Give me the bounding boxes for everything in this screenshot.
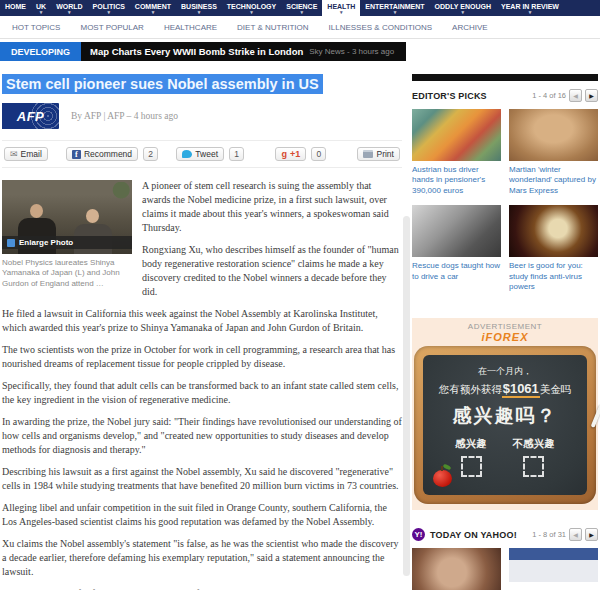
article-paragraph: The two scientists won the prize in Octo… — [2, 343, 402, 371]
chalk-icon — [591, 404, 600, 428]
ad-option-no-label: 不感兴趣 — [513, 437, 555, 451]
chevron-down-icon: ▾ — [462, 10, 465, 14]
enlarge-photo-button[interactable]: Enlarge Photo — [2, 236, 132, 249]
story-item-beer[interactable]: Beer is good for you: study finds anti-v… — [509, 205, 598, 292]
article-paragraph: He filed a lawsuit in California this we… — [2, 307, 402, 335]
iforex-logo: iFOREX — [412, 331, 598, 343]
tweet-button[interactable]: Tweet — [176, 147, 224, 161]
kate-thumbnail[interactable] — [412, 548, 501, 590]
editors-picks-title: EDITOR'S PICKS — [412, 91, 487, 101]
subnav-item-illnesses-conditions[interactable]: ILLNESSES & CONDITIONS — [329, 23, 433, 32]
nav-item-business[interactable]: BUSINESS▾ — [176, 0, 222, 16]
ad-question: 感兴趣吗？ — [429, 403, 581, 429]
chevron-down-icon: ▾ — [301, 10, 304, 14]
google-plus-one-button[interactable]: g +1 — [275, 147, 306, 161]
nav-item-comment[interactable]: COMMENT▾ — [130, 0, 176, 16]
nav-item-oddly-enough[interactable]: ODDLY ENOUGH▾ — [430, 0, 496, 16]
editors-picks-prev-icon[interactable]: ◀ — [569, 89, 582, 102]
google-plus-icon: g — [281, 149, 287, 159]
story-item-dog[interactable]: Rescue dogs taught how to drive a car — [412, 205, 501, 292]
article-body: Enlarge Photo Nobel Physics laureates Sh… — [2, 179, 402, 590]
story-caption[interactable]: Beer is good for you: study finds anti-v… — [509, 261, 598, 292]
developing-headline[interactable]: Map Charts Every WWII Bomb Strike in Lon… — [90, 46, 303, 57]
tweet-count: 1 — [229, 147, 244, 161]
article-paragraph: Alleging libel and unfair competition in… — [2, 501, 402, 529]
dog-thumbnail[interactable] — [412, 205, 501, 257]
subnav-item-healthcare[interactable]: HEALTHCARE — [164, 23, 217, 32]
subnav-item-archive[interactable]: ARCHIVE — [452, 23, 488, 32]
ad-option-no-checkbox[interactable] — [523, 456, 544, 477]
chevron-down-icon: ▾ — [250, 10, 253, 14]
advertisement-label: ADVERTISEMENT — [412, 322, 598, 331]
nav-item-science[interactable]: SCIENCE▾ — [281, 0, 322, 16]
story-caption[interactable]: Rescue dogs taught how to drive a car — [412, 261, 501, 282]
chevron-down-icon: ▾ — [40, 10, 43, 14]
photo-caption: Nobel Physics laureates Shinya Yamanaka … — [2, 254, 132, 289]
developing-ticker: DEVELOPING Map Charts Every WWII Bomb St… — [0, 42, 406, 61]
developing-bar[interactable]: Map Charts Every WWII Bomb Strike in Lon… — [81, 42, 406, 61]
article-paragraph: Describing his lawsuit as a first agains… — [2, 465, 402, 493]
editors-picks-pagination: 1 - 4 of 16 — [532, 91, 566, 100]
article-title: Stem cell pioneer sues Nobel assembly in… — [2, 74, 323, 94]
nav-item-year-in-review[interactable]: YEAR IN REVIEW▾ — [496, 0, 564, 16]
editors-picks-next-icon[interactable]: ▶ — [585, 89, 598, 102]
chalkboard-ad[interactable]: 在一个月内， 您有额外获得$1061美金吗 感兴趣吗？ 感兴趣 不感兴趣 — [414, 346, 596, 504]
nav-item-world[interactable]: WORLD▾ — [51, 0, 87, 16]
today-pagination: 1 - 8 of 31 — [532, 530, 566, 539]
story-caption[interactable]: Austrian bus driver hands in pensioner's… — [412, 165, 501, 196]
mars-thumbnail[interactable] — [509, 109, 598, 161]
beer-thumbnail[interactable] — [509, 205, 598, 257]
chevron-down-icon: ▾ — [107, 10, 110, 14]
today-prev-icon[interactable]: ◀ — [569, 528, 582, 541]
article-photo: Enlarge Photo — [2, 180, 132, 254]
advertisement-module: ADVERTISEMENT iFOREX 在一个月内， 您有额外获得$1061美… — [412, 318, 598, 510]
nav-item-politics[interactable]: POLITICS▾ — [88, 0, 130, 16]
subnav-item-hot-topics[interactable]: HOT TOPICS — [12, 23, 60, 32]
article-paragraph: Specifically, they found that adult cell… — [2, 379, 402, 407]
developing-source: Sky News - 3 hours ago — [309, 47, 394, 56]
story-caption[interactable]: Martian 'winter wonderland' captured by … — [509, 165, 598, 196]
nav-item-entertainment[interactable]: ENTERTAINMENT▾ — [360, 0, 429, 16]
nav-item-health[interactable]: HEALTH▾ — [322, 0, 360, 16]
subnav-item-diet-nutrition[interactable]: DIET & NUTRITION — [237, 23, 308, 32]
today-on-yahoo-module: Y! TODAY ON YAHOO! 1 - 8 of 31 ◀ ▶ And t… — [412, 528, 598, 590]
facebook-recommend-button[interactable]: f Recommend — [66, 147, 138, 161]
share-toolbar: ✉ Email f Recommend 2 Tweet 1 g — [2, 140, 402, 168]
euros-thumbnail[interactable] — [412, 109, 501, 161]
story-item-kate[interactable]: And the nation wants to … — [412, 548, 501, 590]
ad-line2: 您有额外获得$1061美金吗 — [429, 381, 581, 397]
editors-picks-module: EDITOR'S PICKS 1 - 4 of 16 ◀ ▶ Austrian … — [412, 89, 598, 292]
sub-nav: HOT TOPICSMOST POPULARHEALTHCAREDIET & N… — [0, 16, 600, 39]
nav-item-home[interactable]: HOME▾ — [0, 0, 31, 16]
ad-line1: 在一个月内， — [429, 365, 581, 378]
facebook-thumbnail[interactable] — [509, 548, 598, 590]
story-item-facebook[interactable]: What Facebook's privacy … — [509, 548, 598, 590]
news-page: HOME▾UK▾WORLD▾POLITICS▾COMMENT▾BUSINESS▾… — [0, 0, 600, 590]
today-next-icon[interactable]: ▶ — [585, 528, 598, 541]
photo-plant-decoration — [108, 182, 130, 202]
apple-icon — [433, 470, 452, 487]
recommend-count: 2 — [143, 147, 158, 161]
nav-item-technology[interactable]: TECHNOLOGY▾ — [222, 0, 281, 16]
nav-item-uk[interactable]: UK▾ — [31, 0, 51, 16]
facebook-icon: f — [72, 150, 81, 159]
story-item-euros[interactable]: Austrian bus driver hands in pensioner's… — [412, 109, 501, 196]
twitter-icon — [182, 150, 192, 158]
yahoo-icon: Y! — [412, 528, 425, 541]
chevron-down-icon: ▾ — [152, 10, 155, 14]
subnav-item-most-popular[interactable]: MOST POPULAR — [80, 23, 143, 32]
story-item-mars[interactable]: Martian 'winter wonderland' captured by … — [509, 109, 598, 196]
ad-option-yes-checkbox[interactable] — [461, 456, 482, 477]
column-scrollbar[interactable] — [403, 216, 410, 576]
chevron-down-icon: ▾ — [529, 10, 532, 14]
gplus-count: 0 — [311, 147, 326, 161]
email-button[interactable]: ✉ Email — [4, 147, 48, 161]
developing-label: DEVELOPING — [0, 42, 81, 61]
article-paragraph: Xu claims the Nobel assembly's statement… — [2, 537, 402, 579]
afp-logo: AFP — [2, 103, 59, 129]
today-on-yahoo-title: TODAY ON YAHOO! — [430, 530, 517, 540]
ad-option-yes-label: 感兴趣 — [455, 437, 487, 451]
print-button[interactable]: Print — [357, 147, 399, 161]
chevron-down-icon: ▾ — [198, 10, 201, 14]
article-paragraph: In awarding the prize, the Nobel jury sa… — [2, 415, 402, 457]
